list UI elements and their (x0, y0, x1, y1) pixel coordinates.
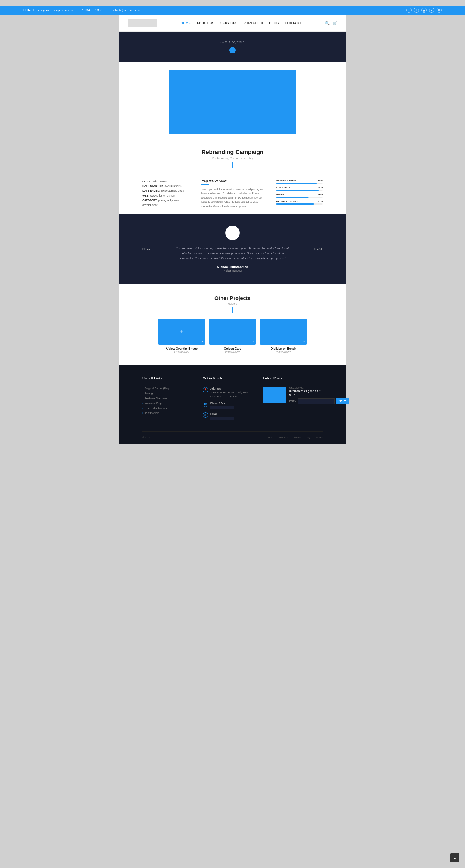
footer-bottom-portfolio[interactable]: Portfolio (293, 436, 301, 439)
project-header-title: Our Projects (125, 40, 340, 44)
footer-link-pricing[interactable]: Pricing (143, 392, 191, 395)
search-icon[interactable]: 🔍 (325, 21, 330, 25)
footer-bottom-blog[interactable]: Blog (305, 436, 310, 439)
section-divider (232, 307, 233, 313)
footer-link-testimonials[interactable]: Testimonials (143, 412, 191, 414)
google-plus-icon[interactable]: g (422, 7, 427, 13)
meta-web: WEB: www.Milothemes.com (143, 193, 189, 198)
nav-link-blog[interactable]: BLOG (269, 21, 279, 25)
phone-label: Phone / Fax (210, 401, 234, 405)
skill-label-photoshop: PHOTOSHOP (276, 186, 291, 189)
footer-bottom-links: Home About Us Portfolio Blog Contact (268, 436, 322, 439)
skill-pct-webdev: 81% (318, 200, 322, 203)
project-card-plus-1: + (180, 328, 183, 335)
twitter-icon[interactable]: t (414, 7, 419, 13)
footer-link-maintenance[interactable]: Under Maintenance (143, 407, 191, 410)
project-card-cat-1: Photography (158, 350, 205, 353)
project-title: Rebranding Campaign (125, 149, 340, 156)
testimonial-next[interactable]: NEXT (314, 247, 322, 250)
testimonial-name: Michael, Milothemes (143, 265, 322, 269)
testimonial-section: PREV NEXT "Lorem ipsum dolor sit amet, c… (119, 214, 346, 284)
project-meta: CLIENT: Milothemes DATE STARTED: 25 Augu… (143, 179, 189, 207)
footer-bottom-about[interactable]: About Us (279, 436, 288, 439)
project-card-icon-3: ⚬ (303, 340, 305, 343)
skill-row-html5: HTML5 70% (276, 193, 322, 198)
site-logo[interactable] (128, 19, 157, 27)
testimonial-quote: "Lorem ipsum dolor sit amet, consectetur… (175, 246, 290, 261)
meta-date-ended: DATE ENDED: 30 Septembre 2015 (143, 188, 189, 193)
skill-pct-graphic: 88% (318, 179, 322, 182)
top-bar-left: Hello. This is your startup business. +1… (23, 8, 141, 12)
testimonial-avatar (225, 225, 240, 240)
phone-value (210, 406, 234, 409)
footer-post-prev[interactable]: PREV (289, 399, 297, 404)
address-icon: 📍 (203, 387, 208, 393)
nav-link-about[interactable]: ABOUT US (197, 21, 215, 25)
meta-client: CLIENT: Milothemes (143, 179, 189, 184)
footer-bottom-home[interactable]: Home (268, 436, 274, 439)
footer-link-welcome[interactable]: Welcome Page (143, 402, 191, 405)
nav-link-portfolio[interactable]: PORTFOLIO (243, 21, 263, 25)
cart-icon[interactable]: 🛒 (333, 21, 337, 25)
footer-post-next-btn[interactable]: NEXT (336, 398, 349, 404)
linkedin-icon[interactable]: in (429, 7, 434, 13)
project-overview: Project Overview Lorem ipsum dolor sit a… (200, 179, 265, 208)
title-divider (232, 162, 233, 168)
footer-post-input[interactable] (298, 398, 335, 404)
footer-bottom-contact[interactable]: Contact (314, 436, 322, 439)
project-image-area (119, 62, 346, 143)
top-bar: Hello. This is your startup business. +1… (0, 6, 465, 14)
project-card-icon-2: ⚬ (252, 340, 254, 343)
email-value (210, 417, 234, 420)
footer-posts-title: Latest Posts (263, 376, 322, 380)
site-wrapper: HOME ABOUT US SERVICES PORTFOLIO BLOG CO… (119, 14, 346, 444)
overview-line (200, 184, 209, 185)
other-projects-section: Other Projects Related + ⚬ A View Over t… (119, 284, 346, 365)
footer-bottom: © 2015 Home About Us Portfolio Blog Cont… (143, 431, 322, 439)
project-card-cat-3: Photography (260, 350, 307, 353)
footer-col-links: Usefull Links Support Center (Faq) Prici… (143, 376, 191, 423)
project-card-title-1: A View Over the Bridge (158, 347, 205, 350)
footer-link-features[interactable]: Features Overview (143, 397, 191, 400)
project-card-img-1: + ⚬ (158, 319, 205, 345)
project-title-section: Rebranding Campaign Photography, Corpora… (119, 143, 346, 173)
scroll-top-button[interactable]: ▲ (451, 854, 459, 862)
project-card-icon-1: ⚬ (201, 340, 204, 343)
footer-title-underline-links (143, 383, 151, 383)
project-card-3[interactable]: ⚬ Old Men on Bench Photography (260, 319, 307, 353)
skill-pct-html5: 70% (318, 193, 322, 196)
skill-row-photoshop: PHOTOSHOP 92% (276, 186, 322, 191)
skill-bar-photoshop (276, 189, 319, 191)
nav-link-contact[interactable]: CONTACT (285, 21, 301, 25)
nav-links: HOME ABOUT US SERVICES PORTFOLIO BLOG CO… (181, 21, 301, 25)
meta-date-started: DATE STARTED: 25 August 2015 (143, 184, 189, 188)
facebook-icon[interactable]: f (406, 7, 411, 13)
footer-useful-links-title: Usefull Links (143, 376, 191, 380)
nav-link-services[interactable]: SERVICES (220, 21, 238, 25)
project-header: Our Projects (119, 32, 346, 62)
skill-pct-photoshop: 92% (318, 186, 322, 189)
rss-icon[interactable]: ⌘ (436, 7, 442, 13)
testimonial-prev[interactable]: PREV (143, 247, 151, 250)
overview-heading: Project Overview (200, 179, 265, 183)
footer-col-contact: Get in Touch 📍 Address 2602 Powder House… (203, 376, 252, 423)
nav-link-home[interactable]: HOME (181, 21, 191, 25)
footer-post-nav: PREV NEXT (289, 398, 322, 404)
project-card-1[interactable]: + ⚬ A View Over the Bridge Photography (158, 319, 205, 353)
top-bar-email[interactable]: contact@website.com (110, 8, 141, 12)
top-bar-phone[interactable]: +1 234 567 8901 (80, 8, 104, 12)
footer-phone-row: ☎ Phone / Fax (203, 401, 252, 409)
skill-row-webdev: WEB DEVELOPMENT 81% (276, 200, 322, 205)
project-card-2[interactable]: ⚬ Golden Gate Photography (209, 319, 256, 353)
project-header-dot (229, 47, 236, 54)
phone-icon: ☎ (203, 402, 208, 407)
skill-label-graphic: GRAPHIC DESIGN (276, 179, 297, 182)
email-icon: ✉ (203, 412, 208, 418)
footer-title-underline-posts (263, 383, 272, 383)
skill-bar-webdev (276, 204, 314, 205)
nav: HOME ABOUT US SERVICES PORTFOLIO BLOG CO… (119, 14, 346, 32)
footer: Usefull Links Support Center (Faq) Prici… (119, 365, 346, 445)
footer-link-support[interactable]: Support Center (Faq) (143, 387, 191, 390)
footer-post-img (263, 387, 286, 403)
project-skills: GRAPHIC DESIGN 88% PHOTOSHOP 92% (276, 179, 322, 207)
